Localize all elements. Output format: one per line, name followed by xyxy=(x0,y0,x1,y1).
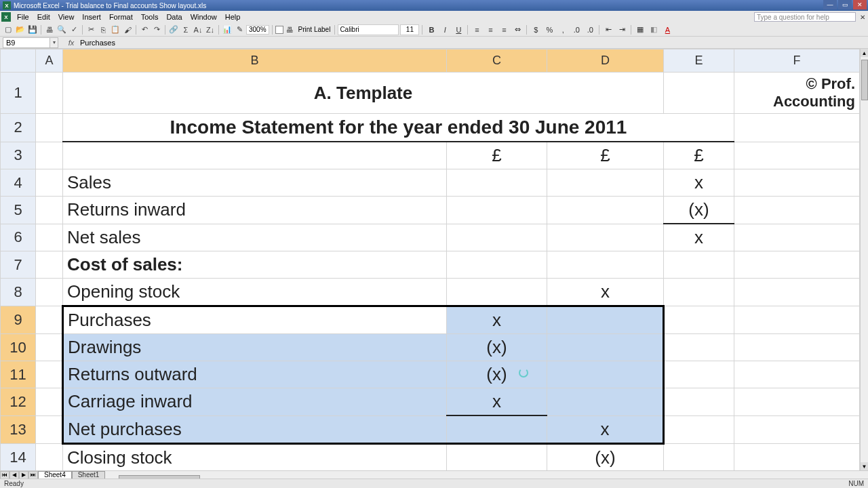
hyperlink-icon[interactable]: 🔗 xyxy=(168,24,179,35)
col-header-c[interactable]: C xyxy=(447,49,547,73)
cell-c9[interactable]: x xyxy=(447,306,547,334)
sheet-tab-other[interactable]: Sheet1 xyxy=(72,471,106,479)
italic-icon[interactable]: I xyxy=(439,24,451,35)
scroll-thumb[interactable] xyxy=(861,60,868,100)
new-icon[interactable]: ▢ xyxy=(3,24,14,35)
cell-f6[interactable] xyxy=(734,224,860,251)
cell-e13[interactable] xyxy=(664,415,734,443)
minimize-button[interactable]: — xyxy=(823,0,837,9)
merge-center-icon[interactable]: ⇔ xyxy=(511,24,524,35)
cut-icon[interactable]: ✂ xyxy=(85,24,96,35)
menu-file[interactable]: File xyxy=(13,12,33,22)
row-header-5[interactable]: 5 xyxy=(1,197,36,224)
cell-e10[interactable] xyxy=(664,334,734,361)
redo-icon[interactable]: ↷ xyxy=(151,24,162,35)
cell-a5[interactable] xyxy=(36,197,63,224)
cell-c13[interactable] xyxy=(447,415,547,443)
cell-a3[interactable] xyxy=(36,142,63,169)
tab-last-icon[interactable]: ⏭ xyxy=(28,471,38,479)
cell-e3[interactable]: £ xyxy=(664,142,734,169)
autosum-icon[interactable]: Σ xyxy=(180,24,191,35)
cell-d7[interactable] xyxy=(547,251,664,279)
cell-a2[interactable] xyxy=(36,114,63,142)
cell-d8[interactable]: x xyxy=(547,279,664,306)
row-header-8[interactable]: 8 xyxy=(1,279,36,306)
zoom-level[interactable]: 300% xyxy=(246,25,269,35)
cell-f13[interactable] xyxy=(734,415,860,443)
spelling-icon[interactable]: ✓ xyxy=(68,24,79,35)
underline-icon[interactable]: U xyxy=(452,24,465,35)
copy-icon[interactable]: ⎘ xyxy=(98,24,108,35)
paste-icon[interactable]: 📋 xyxy=(110,24,121,35)
cell-c10[interactable]: (x) xyxy=(447,334,547,361)
menu-help[interactable]: Help xyxy=(221,12,245,22)
chart-icon[interactable]: 📊 xyxy=(222,24,233,35)
sort-desc-icon[interactable]: Z↓ xyxy=(205,24,216,35)
cell-a8[interactable] xyxy=(36,279,63,306)
cell-d14[interactable]: (x) xyxy=(547,443,664,470)
row-header-10[interactable]: 10 xyxy=(1,334,36,361)
cell-b7[interactable]: Cost of sales: xyxy=(63,251,447,279)
cell-b3[interactable] xyxy=(63,142,447,169)
undo-icon[interactable]: ↶ xyxy=(139,24,150,35)
cell-d6[interactable] xyxy=(547,224,664,251)
cell-a7[interactable] xyxy=(36,251,63,279)
menu-tools[interactable]: Tools xyxy=(137,12,163,22)
cell-f3[interactable] xyxy=(734,142,860,169)
scroll-up-icon[interactable]: ▲ xyxy=(861,49,869,57)
drawing-icon[interactable]: ✎ xyxy=(234,24,245,35)
col-header-a[interactable]: A xyxy=(36,49,63,73)
col-header-d[interactable]: D xyxy=(547,49,664,73)
tab-first-icon[interactable]: ⏮ xyxy=(0,471,9,479)
cell-f9[interactable] xyxy=(734,306,860,334)
cell-b4[interactable]: Sales xyxy=(63,169,447,197)
increase-decimal-icon[interactable]: .0 xyxy=(570,24,583,35)
comma-icon[interactable]: , xyxy=(557,24,569,35)
cell-b10[interactable]: Drawings xyxy=(63,334,447,361)
cell-f12[interactable] xyxy=(734,388,860,416)
close-button[interactable]: ✕ xyxy=(853,0,867,9)
cell-f7[interactable] xyxy=(734,251,860,279)
open-icon[interactable]: 📂 xyxy=(15,24,26,35)
sheet-tab-active[interactable]: Sheet4 xyxy=(38,471,72,479)
cell-c11[interactable]: (x) xyxy=(447,361,547,388)
row-header-1[interactable]: 1 xyxy=(1,73,36,114)
row-header-13[interactable]: 13 xyxy=(1,415,36,443)
cell-c12[interactable]: x xyxy=(447,388,547,416)
cell-a11[interactable] xyxy=(36,361,63,388)
menu-insert[interactable]: Insert xyxy=(78,12,105,22)
row-header-14[interactable]: 14 xyxy=(1,443,36,470)
cell-b9[interactable]: Purchases xyxy=(63,306,447,334)
cell-f10[interactable] xyxy=(734,334,860,361)
row-header-3[interactable]: 3 xyxy=(1,142,36,169)
font-color-icon[interactable]: A xyxy=(661,24,673,35)
cell-b8[interactable]: Opening stock xyxy=(63,279,447,306)
cell-e11[interactable] xyxy=(664,361,734,388)
row-header-2[interactable]: 2 xyxy=(1,114,36,142)
cell-d3[interactable]: £ xyxy=(547,142,664,169)
printer-icon[interactable]: 🖶 xyxy=(285,24,296,35)
fill-color-icon[interactable]: ◧ xyxy=(648,24,660,35)
formula-content[interactable]: Purchases xyxy=(77,39,868,47)
cell-a12[interactable] xyxy=(36,388,63,416)
menu-edit[interactable]: Edit xyxy=(33,12,54,22)
cell-d12[interactable] xyxy=(547,388,664,416)
cell-c14[interactable] xyxy=(447,443,547,470)
cell-d10[interactable] xyxy=(547,334,664,361)
col-header-f[interactable]: F xyxy=(734,49,860,73)
cell-d11[interactable] xyxy=(547,361,664,388)
help-search-box[interactable]: Type a question for help xyxy=(754,12,856,22)
save-icon[interactable]: 💾 xyxy=(27,24,38,35)
name-box[interactable]: B9 xyxy=(3,37,50,48)
print-icon[interactable]: 🖶 xyxy=(44,24,55,35)
row-header-4[interactable]: 4 xyxy=(1,169,36,197)
scroll-down-icon[interactable]: ▼ xyxy=(861,462,869,470)
cell-f11[interactable] xyxy=(734,361,860,388)
workbook-close-button[interactable]: ✕ xyxy=(859,13,867,21)
cell-f5[interactable] xyxy=(734,197,860,224)
cell-a9[interactable] xyxy=(36,306,63,334)
maximize-button[interactable]: ▭ xyxy=(838,0,852,9)
select-all-corner[interactable] xyxy=(1,49,36,73)
borders-icon[interactable]: ▦ xyxy=(634,24,646,35)
tab-prev-icon[interactable]: ◀ xyxy=(9,471,19,479)
